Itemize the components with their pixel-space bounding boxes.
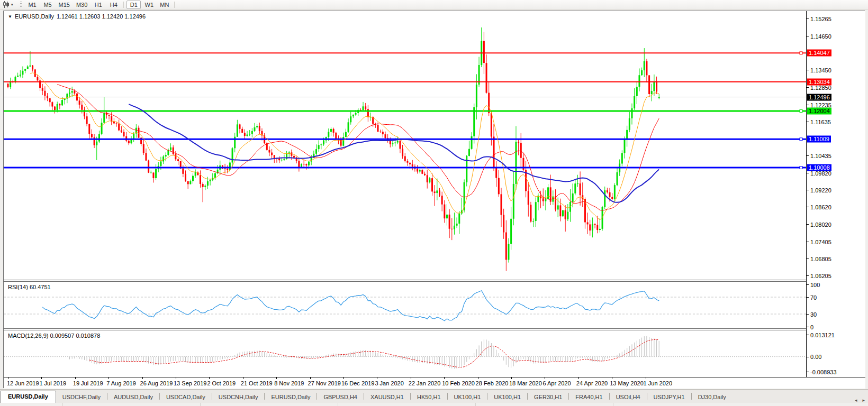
date-tick-mark bbox=[545, 377, 545, 379]
date-tick-mark bbox=[41, 377, 42, 379]
timeframe-button-h1[interactable]: H1 bbox=[91, 1, 105, 9]
timeframe-button-m15[interactable]: M15 bbox=[56, 1, 73, 9]
date-tick-mark bbox=[511, 377, 512, 379]
status-strip-separator bbox=[613, 403, 613, 406]
date-tick-mark bbox=[646, 377, 646, 379]
tab-scroll-arrows: ◂ ▸ bbox=[855, 398, 865, 403]
date-tick-label: 2 Oct 2019 bbox=[207, 380, 236, 386]
tab-scroll-left-button[interactable]: ◂ bbox=[855, 398, 857, 403]
hline-price-badge: 1.12004 bbox=[807, 108, 831, 115]
axis-tick-mark bbox=[807, 36, 809, 36]
axis-tick-mark bbox=[807, 224, 809, 225]
axis-tick-mark bbox=[807, 122, 809, 122]
price-tick-label: 1.15265 bbox=[810, 16, 831, 22]
date-tick-mark bbox=[176, 377, 176, 379]
chart-tab-hk50-h1[interactable]: HK50,H1 bbox=[411, 392, 447, 403]
date-tick-mark bbox=[243, 377, 243, 379]
date-tick-label: 22 Jan 2020 bbox=[409, 380, 441, 386]
chart-tab-usdjpy-h1[interactable]: USDJPY,H1 bbox=[647, 392, 691, 403]
candlestick-chart-icon bbox=[3, 1, 10, 8]
chart-tab-eurusd-daily[interactable]: EURUSD,Daily bbox=[265, 392, 317, 403]
date-tick-label: 1 Jul 2019 bbox=[39, 380, 66, 386]
macd-tick-label: 0.013121 bbox=[810, 332, 835, 338]
macd-tick-label: -0.008933 bbox=[810, 369, 837, 375]
axis-tick-mark bbox=[807, 297, 809, 298]
date-tick-mark bbox=[310, 377, 311, 379]
macd-tick-label: 0.00 bbox=[810, 354, 821, 360]
metatrader-screen: ▾ M1M5M15M30H1H4D1W1MN ▼ EURUSD,Daily 1.… bbox=[0, 0, 868, 406]
macd-panel[interactable] bbox=[4, 330, 806, 377]
price-tick-label: 1.06205 bbox=[810, 273, 831, 279]
collapse-triangle-icon[interactable]: ▼ bbox=[8, 14, 12, 19]
date-tick-label: 24 Apr 2020 bbox=[576, 380, 608, 386]
chart-tab-usdcnh-daily[interactable]: USDCNH,Daily bbox=[212, 392, 265, 403]
price-tick-label: 1.10435 bbox=[810, 153, 831, 159]
date-tick-label: 28 Feb 2020 bbox=[476, 380, 509, 386]
rsi-indicator-label: RSI(14) 60.4751 bbox=[8, 284, 51, 290]
axis-tick-mark bbox=[807, 275, 809, 276]
hline-price-badge: 1.11009 bbox=[807, 136, 831, 143]
chart-tab-uk100-h1[interactable]: UK100,H1 bbox=[487, 392, 527, 403]
rsi-tick-label: 70 bbox=[810, 294, 817, 301]
timeframe-button-m5[interactable]: M5 bbox=[41, 1, 55, 9]
timeframe-button-h4[interactable]: H4 bbox=[106, 1, 121, 9]
chart-type-button[interactable]: ▾ bbox=[0, 1, 16, 9]
chart-tab-usoil-h4[interactable]: USOil,H4 bbox=[610, 392, 647, 403]
tab-scroll-right-button[interactable]: ▸ bbox=[862, 398, 865, 403]
date-tick-label: 19 Jul 2019 bbox=[73, 380, 103, 386]
date-tick-mark bbox=[478, 377, 478, 379]
date-tick-label: 27 Nov 2019 bbox=[308, 380, 341, 386]
date-tick-mark bbox=[612, 377, 612, 379]
date-tick-label: 13 May 2020 bbox=[610, 380, 644, 386]
axis-tick-mark bbox=[807, 190, 809, 190]
date-tick-mark bbox=[75, 377, 76, 379]
rsi-tick-label: 30 bbox=[810, 311, 817, 318]
chart-tab-audusd-daily[interactable]: AUDUSD,Daily bbox=[107, 392, 159, 403]
status-strip-separator bbox=[200, 403, 201, 406]
chart-tab-ger30-h1[interactable]: GER30,H1 bbox=[528, 392, 568, 403]
chart-tab-usdcad-daily[interactable]: USDCAD,Daily bbox=[160, 392, 212, 403]
timeframe-button-mn[interactable]: MN bbox=[157, 1, 171, 9]
price-tick-label: 1.13450 bbox=[810, 67, 831, 73]
timeframe-button-m1[interactable]: M1 bbox=[25, 1, 40, 9]
chart-tab-eurusd-daily[interactable]: EURUSD,Daily bbox=[0, 391, 56, 403]
date-tick-mark bbox=[377, 377, 377, 379]
axis-tick-mark bbox=[807, 207, 809, 207]
axis-tick-mark bbox=[807, 357, 809, 357]
rsi-tick-label: 100 bbox=[810, 282, 820, 288]
date-tick-label: 6 Apr 2020 bbox=[542, 380, 571, 386]
chevron-down-icon: ▾ bbox=[11, 3, 13, 7]
axis-tick-mark bbox=[807, 327, 809, 327]
macd-indicator-label: MACD(12,26,9) 0.009507 0.010878 bbox=[8, 333, 100, 339]
chart-tab-fra40-h1[interactable]: FRA40,H1 bbox=[569, 392, 609, 403]
axis-tick-mark bbox=[807, 19, 809, 19]
price-tick-label: 1.14650 bbox=[810, 33, 831, 40]
date-tick-label: 8 Nov 2019 bbox=[274, 380, 304, 386]
chart-ohlc-values: 1.12461 1.12603 1.12420 1.12496 bbox=[57, 13, 146, 20]
main-price-chart[interactable] bbox=[4, 11, 806, 280]
date-tick-mark bbox=[444, 377, 445, 379]
status-strip-separator bbox=[62, 403, 63, 406]
timeframe-button-m30[interactable]: M30 bbox=[74, 1, 90, 9]
rsi-panel[interactable] bbox=[4, 282, 806, 328]
chart-tab-xauusd-h1[interactable]: XAUUSD,H1 bbox=[364, 392, 410, 403]
date-tick-mark bbox=[8, 377, 8, 379]
toolbar-grip[interactable] bbox=[20, 2, 22, 8]
timeframe-button-w1[interactable]: W1 bbox=[142, 1, 156, 9]
axis-tick-mark bbox=[807, 105, 809, 105]
date-tick-label: 18 Mar 2020 bbox=[509, 380, 542, 386]
price-tick-label: 1.06805 bbox=[810, 256, 831, 262]
chart-tab-dj30-daily[interactable]: DJ30,Daily bbox=[692, 392, 733, 403]
axis-tick-mark bbox=[807, 70, 809, 70]
chart-tab-gbpusd-h4[interactable]: GBPUSD,H4 bbox=[317, 392, 364, 403]
price-tick-label: 1.08020 bbox=[810, 222, 831, 228]
axis-tick-mark bbox=[807, 372, 809, 372]
date-tick-mark bbox=[276, 377, 277, 379]
timeframe-button-d1[interactable]: D1 bbox=[126, 1, 141, 9]
toolbar-separator bbox=[123, 2, 124, 8]
top-toolbar: ▾ M1M5M15M30H1H4D1W1MN bbox=[0, 0, 868, 10]
chart-tab-usdchf-daily[interactable]: USDCHF,Daily bbox=[56, 392, 107, 403]
date-tick-label: 7 Aug 2019 bbox=[106, 380, 136, 386]
date-tick-label: 26 Aug 2019 bbox=[140, 380, 173, 386]
chart-tab-uk100-h1[interactable]: UK100,H1 bbox=[448, 392, 487, 403]
